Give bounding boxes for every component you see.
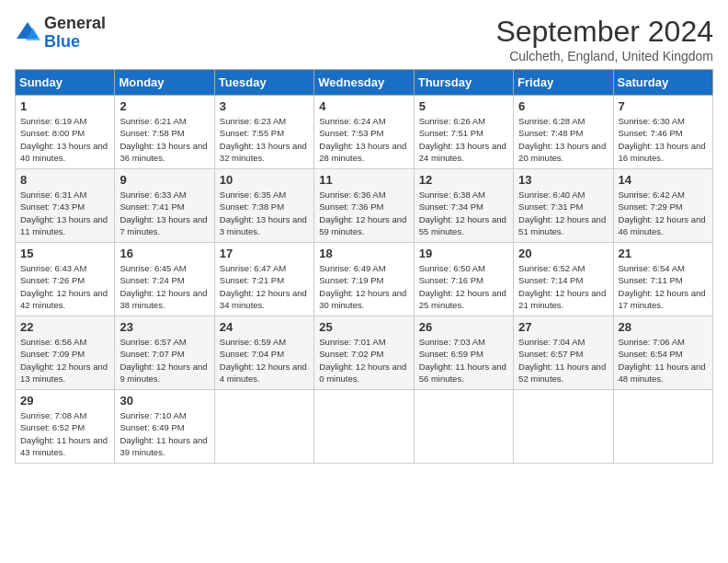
day-number: 27 [518, 320, 608, 334]
calendar-cell: 8Sunrise: 6:31 AM Sunset: 7:43 PM Daylig… [16, 169, 115, 243]
day-info: Sunrise: 6:50 AM Sunset: 7:16 PM Dayligh… [419, 262, 508, 311]
logo-text: General Blue [44, 15, 106, 52]
day-info: Sunrise: 7:06 AM Sunset: 6:54 PM Dayligh… [619, 336, 708, 385]
calendar-cell: 27Sunrise: 7:04 AM Sunset: 6:57 PM Dayli… [514, 316, 613, 390]
calendar-cell: 20Sunrise: 6:52 AM Sunset: 7:14 PM Dayli… [514, 243, 613, 316]
location: Culcheth, England, United Kingdom [495, 49, 713, 63]
day-info: Sunrise: 7:03 AM Sunset: 6:59 PM Dayligh… [419, 336, 508, 385]
day-number: 19 [419, 247, 508, 260]
day-info: Sunrise: 6:30 AM Sunset: 7:46 PM Dayligh… [619, 115, 708, 164]
day-number: 10 [220, 173, 309, 187]
day-number: 11 [319, 173, 408, 187]
calendar-cell: 10Sunrise: 6:35 AM Sunset: 7:38 PM Dayli… [214, 169, 313, 243]
day-info: Sunrise: 6:42 AM Sunset: 7:29 PM Dayligh… [619, 189, 708, 237]
day-number: 3 [220, 99, 309, 113]
calendar-cell: 9Sunrise: 6:33 AM Sunset: 7:41 PM Daylig… [115, 169, 214, 243]
day-info: Sunrise: 7:04 AM Sunset: 6:57 PM Dayligh… [518, 336, 608, 385]
day-info: Sunrise: 6:23 AM Sunset: 7:55 PM Dayligh… [220, 115, 309, 164]
day-info: Sunrise: 7:10 AM Sunset: 6:49 PM Dayligh… [119, 409, 209, 458]
calendar-cell: 17Sunrise: 6:47 AM Sunset: 7:21 PM Dayli… [214, 243, 313, 316]
calendar-cell: 28Sunrise: 7:06 AM Sunset: 6:54 PM Dayli… [613, 316, 712, 390]
day-info: Sunrise: 6:54 AM Sunset: 7:11 PM Dayligh… [619, 262, 708, 311]
calendar-cell: 3Sunrise: 6:23 AM Sunset: 7:55 PM Daylig… [214, 96, 313, 169]
calendar-cell [514, 390, 613, 464]
calendar-cell: 15Sunrise: 6:43 AM Sunset: 7:26 PM Dayli… [16, 243, 115, 316]
calendar-cell [314, 390, 414, 464]
calendar-week-row: 22Sunrise: 6:56 AM Sunset: 7:09 PM Dayli… [16, 316, 713, 390]
day-number: 5 [419, 99, 508, 113]
weekday-header-thursday: Thursday [414, 70, 513, 96]
day-info: Sunrise: 6:33 AM Sunset: 7:41 PM Dayligh… [119, 189, 209, 237]
day-number: 21 [619, 247, 708, 260]
day-number: 18 [319, 247, 408, 260]
day-info: Sunrise: 6:43 AM Sunset: 7:26 PM Dayligh… [20, 262, 109, 311]
calendar-cell: 25Sunrise: 7:01 AM Sunset: 7:02 PM Dayli… [314, 316, 414, 390]
day-info: Sunrise: 6:49 AM Sunset: 7:19 PM Dayligh… [319, 262, 408, 311]
day-number: 13 [518, 173, 608, 187]
calendar-cell: 21Sunrise: 6:54 AM Sunset: 7:11 PM Dayli… [613, 243, 712, 316]
weekday-header-monday: Monday [115, 70, 214, 96]
calendar-cell: 23Sunrise: 6:57 AM Sunset: 7:07 PM Dayli… [115, 316, 214, 390]
day-info: Sunrise: 6:45 AM Sunset: 7:24 PM Dayligh… [119, 262, 209, 311]
weekday-header-row: SundayMondayTuesdayWednesdayThursdayFrid… [16, 70, 713, 96]
day-info: Sunrise: 6:47 AM Sunset: 7:21 PM Dayligh… [220, 262, 309, 311]
day-number: 26 [419, 320, 508, 334]
weekday-header-sunday: Sunday [16, 70, 115, 96]
calendar-cell: 26Sunrise: 7:03 AM Sunset: 6:59 PM Dayli… [414, 316, 513, 390]
day-info: Sunrise: 6:52 AM Sunset: 7:14 PM Dayligh… [518, 262, 608, 311]
weekday-header-saturday: Saturday [613, 70, 712, 96]
calendar-cell: 14Sunrise: 6:42 AM Sunset: 7:29 PM Dayli… [613, 169, 712, 243]
day-number: 30 [119, 394, 209, 408]
calendar-cell: 11Sunrise: 6:36 AM Sunset: 7:36 PM Dayli… [314, 169, 414, 243]
day-number: 8 [20, 173, 109, 187]
calendar-week-row: 1Sunrise: 6:19 AM Sunset: 8:00 PM Daylig… [16, 96, 713, 169]
calendar-week-row: 8Sunrise: 6:31 AM Sunset: 7:43 PM Daylig… [16, 169, 713, 243]
logo: General Blue [15, 15, 106, 52]
title-block: September 2024 Culcheth, England, United… [495, 15, 713, 63]
calendar-cell: 4Sunrise: 6:24 AM Sunset: 7:53 PM Daylig… [314, 96, 414, 169]
calendar-cell: 16Sunrise: 6:45 AM Sunset: 7:24 PM Dayli… [115, 243, 214, 316]
day-number: 9 [119, 173, 209, 187]
calendar-week-row: 15Sunrise: 6:43 AM Sunset: 7:26 PM Dayli… [16, 243, 713, 316]
day-number: 6 [518, 99, 608, 113]
day-info: Sunrise: 6:59 AM Sunset: 7:04 PM Dayligh… [220, 336, 309, 385]
weekday-header-friday: Friday [514, 70, 613, 96]
day-number: 16 [119, 247, 209, 260]
day-number: 4 [319, 99, 408, 113]
day-info: Sunrise: 6:35 AM Sunset: 7:38 PM Dayligh… [220, 189, 309, 237]
day-number: 22 [20, 320, 109, 334]
day-info: Sunrise: 7:01 AM Sunset: 7:02 PM Dayligh… [319, 336, 408, 385]
day-info: Sunrise: 6:56 AM Sunset: 7:09 PM Dayligh… [20, 336, 109, 385]
calendar-cell: 12Sunrise: 6:38 AM Sunset: 7:34 PM Dayli… [414, 169, 513, 243]
day-info: Sunrise: 7:08 AM Sunset: 6:52 PM Dayligh… [20, 409, 109, 458]
weekday-header-wednesday: Wednesday [314, 70, 414, 96]
day-number: 1 [20, 99, 109, 113]
day-number: 28 [619, 320, 708, 334]
calendar-cell [414, 390, 513, 464]
calendar-cell: 13Sunrise: 6:40 AM Sunset: 7:31 PM Dayli… [514, 169, 613, 243]
page-header: General Blue September 2024 Culcheth, En… [15, 15, 713, 63]
day-info: Sunrise: 6:40 AM Sunset: 7:31 PM Dayligh… [518, 189, 608, 237]
calendar-cell: 19Sunrise: 6:50 AM Sunset: 7:16 PM Dayli… [414, 243, 513, 316]
day-info: Sunrise: 6:36 AM Sunset: 7:36 PM Dayligh… [319, 189, 408, 237]
weekday-header-tuesday: Tuesday [214, 70, 313, 96]
day-number: 2 [119, 99, 209, 113]
day-info: Sunrise: 6:21 AM Sunset: 7:58 PM Dayligh… [119, 115, 209, 164]
day-info: Sunrise: 6:38 AM Sunset: 7:34 PM Dayligh… [419, 189, 508, 237]
calendar-cell: 5Sunrise: 6:26 AM Sunset: 7:51 PM Daylig… [414, 96, 513, 169]
day-info: Sunrise: 6:28 AM Sunset: 7:48 PM Dayligh… [518, 115, 608, 164]
calendar-cell: 30Sunrise: 7:10 AM Sunset: 6:49 PM Dayli… [115, 390, 214, 464]
day-info: Sunrise: 6:31 AM Sunset: 7:43 PM Dayligh… [20, 189, 109, 237]
day-number: 7 [619, 99, 708, 113]
day-number: 25 [319, 320, 408, 334]
calendar-cell [214, 390, 313, 464]
logo-icon [15, 20, 40, 46]
day-number: 24 [220, 320, 309, 334]
calendar-cell: 7Sunrise: 6:30 AM Sunset: 7:46 PM Daylig… [613, 96, 712, 169]
calendar-cell: 1Sunrise: 6:19 AM Sunset: 8:00 PM Daylig… [16, 96, 115, 169]
day-info: Sunrise: 6:24 AM Sunset: 7:53 PM Dayligh… [319, 115, 408, 164]
calendar-cell: 2Sunrise: 6:21 AM Sunset: 7:58 PM Daylig… [115, 96, 214, 169]
calendar-week-row: 29Sunrise: 7:08 AM Sunset: 6:52 PM Dayli… [16, 390, 713, 464]
day-number: 12 [419, 173, 508, 187]
day-number: 17 [220, 247, 309, 260]
